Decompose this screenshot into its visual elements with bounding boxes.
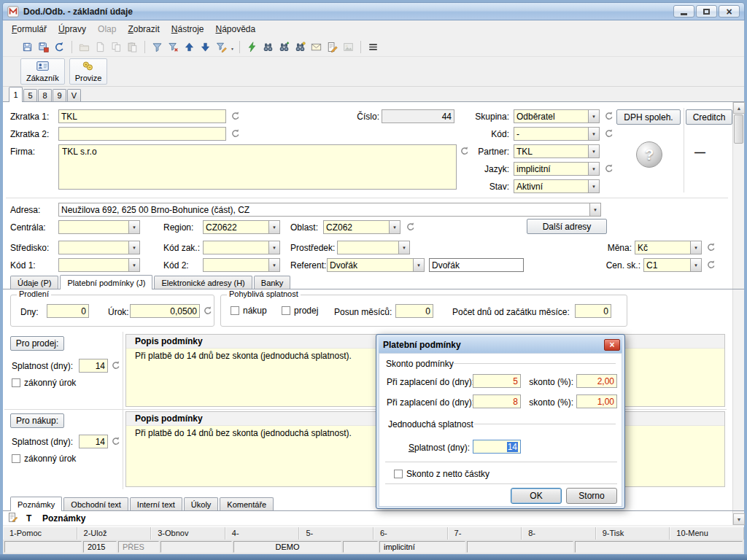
dropdown-arrow-icon[interactable] [413, 259, 424, 271]
zakonny-urok-nakup-checkbox[interactable] [12, 454, 20, 463]
question-ball-icon[interactable] [636, 141, 662, 168]
adresa-combo[interactable]: Neužilova 692, 625 00 Brno-Bohunice (čás… [58, 203, 601, 217]
skonto2-field[interactable]: 1,00 [576, 394, 617, 408]
tab-interni-text[interactable]: Interní text [130, 497, 182, 510]
dropdown-arrow-icon[interactable] [690, 241, 701, 254]
revert-icon[interactable] [231, 111, 241, 122]
partner-combo[interactable]: TKL [514, 144, 600, 158]
revert-icon[interactable] [111, 436, 122, 447]
skupina-combo[interactable]: Odběratel [514, 109, 600, 123]
centrala-combo[interactable] [58, 220, 140, 234]
referent-combo[interactable]: Dvořák [327, 258, 425, 272]
filter-clear-icon[interactable] [166, 40, 180, 54]
dropdown-arrow-icon[interactable] [588, 163, 599, 175]
find-next-icon[interactable] [277, 40, 291, 54]
fkey-10[interactable]: 10-Menu [670, 527, 744, 540]
page-tab-5[interactable]: 5 [23, 89, 37, 101]
scrollbar-thumb[interactable] [734, 114, 743, 144]
jazyk-combo[interactable]: implicitní [514, 162, 600, 176]
menu-nastroje[interactable]: Nástroje [166, 22, 210, 36]
menu-formular[interactable]: Formulář [6, 22, 53, 36]
referent-text-field[interactable]: Dvořák [429, 258, 524, 272]
urok-field[interactable]: 0,0500 [130, 304, 200, 318]
edit-text-icon[interactable] [325, 40, 339, 54]
dropdown-arrow-icon[interactable] [589, 203, 600, 216]
tab-banky[interactable]: Banky [254, 276, 291, 289]
revert-icon[interactable] [604, 111, 615, 122]
minimize-button[interactable] [673, 5, 694, 18]
tab-elektronicke-adresy[interactable]: Elektronické adresy (H) [154, 276, 252, 289]
fkey-9[interactable]: 9-Tisk [596, 527, 670, 540]
revert-icon[interactable] [604, 128, 615, 139]
find-icon[interactable] [261, 40, 275, 54]
region-combo[interactable]: CZ0622 [203, 220, 280, 234]
fkey-7[interactable]: 7- [448, 527, 522, 540]
titlebar[interactable]: Dod./Odb. - základní údaje [2, 2, 745, 20]
zkratka2-field[interactable] [58, 127, 226, 141]
dropdown-arrow-icon[interactable] [389, 221, 400, 233]
storno-button[interactable]: Storno [566, 488, 617, 504]
filter-icon[interactable] [150, 40, 164, 54]
move-up-icon[interactable] [182, 40, 196, 54]
dialog-splatnost-field[interactable]: 14 [473, 440, 521, 454]
fkey-2[interactable]: 2-Ulož [77, 527, 152, 540]
zakonny-urok-prodej-checkbox[interactable] [12, 378, 20, 387]
dropdown-arrow-icon[interactable] [268, 221, 279, 233]
firma-field[interactable]: TKL s.r.o [58, 144, 457, 190]
kod2-combo[interactable] [203, 258, 280, 272]
revert-icon[interactable] [706, 260, 717, 271]
dropdown-arrow-icon[interactable] [588, 145, 599, 158]
dropdown-arrow-icon[interactable] [690, 259, 701, 271]
pocet-field[interactable]: 0 [575, 304, 611, 318]
fkey-3[interactable]: 3-Obnov [151, 527, 225, 540]
fkey-1[interactable]: 1-Pomoc [3, 527, 77, 540]
provize-button[interactable]: Provize [69, 58, 108, 85]
fkey-8[interactable]: 8- [522, 527, 596, 540]
tab-komentare[interactable]: Komentáře [220, 497, 274, 510]
dropdown-arrow-icon[interactable] [128, 221, 139, 233]
prostredek-combo[interactable] [337, 241, 410, 254]
mena-combo[interactable]: Kč [635, 241, 702, 254]
kod-zak-combo[interactable] [203, 241, 280, 254]
close-button[interactable] [719, 5, 740, 18]
tab-obchodni-text[interactable]: Obchodní text [63, 497, 128, 510]
list-menu-icon[interactable] [366, 40, 380, 54]
page-tab-8[interactable]: 8 [38, 89, 52, 101]
revert-icon[interactable] [604, 163, 615, 174]
tab-ukoly[interactable]: Úkoly [184, 497, 219, 510]
dialog-titlebar[interactable]: Platební podmínky [379, 337, 622, 353]
revert-icon[interactable] [111, 360, 122, 371]
dalsi-adresy-button[interactable]: Další adresy [527, 219, 607, 234]
refresh-icon[interactable] [245, 40, 259, 54]
stredisko-combo[interactable] [58, 241, 140, 254]
kod1-combo[interactable] [58, 258, 140, 272]
save-icon[interactable] [20, 40, 34, 54]
zaplaceni1-field[interactable]: 5 [473, 374, 521, 388]
stav-combo[interactable]: Aktivní [514, 179, 600, 193]
maximize-button[interactable] [696, 5, 717, 18]
revert-icon[interactable] [231, 128, 241, 139]
menu-upravy[interactable]: Úpravy [53, 22, 92, 36]
dropdown-arrow-icon[interactable] [398, 241, 409, 254]
pro-prodej-button[interactable]: Pro prodej: [10, 336, 64, 351]
dropdown-arrow-icon[interactable] [588, 110, 599, 122]
move-down-icon[interactable] [198, 40, 212, 54]
oblast-combo[interactable]: CZ062 [323, 220, 400, 234]
prodej-checkbox[interactable] [282, 306, 290, 315]
splatnost-prodej-field[interactable]: 14 [79, 359, 108, 373]
menu-zobrazit[interactable]: Zobrazit [122, 22, 165, 36]
dph-spoleh-button[interactable]: DPH spoleh. [616, 109, 681, 125]
page-tab-1[interactable]: 1 [9, 87, 23, 102]
save-as-icon[interactable] [36, 40, 50, 54]
skonto-netto-checkbox[interactable] [394, 470, 403, 478]
skonto1-field[interactable]: 2,00 [576, 374, 617, 388]
dropdown-caret-icon[interactable] [231, 40, 234, 53]
posun-field[interactable]: 0 [395, 304, 433, 318]
tab-platebni-podminky[interactable]: Platební podmínky (J) [60, 275, 152, 289]
dny-field[interactable]: 0 [47, 304, 89, 318]
censk-combo[interactable]: C1 [643, 258, 702, 272]
find-all-icon[interactable] [293, 40, 307, 54]
fkey-5[interactable]: 5- [299, 527, 374, 540]
dropdown-arrow-icon[interactable] [128, 259, 139, 271]
dropdown-arrow-icon[interactable] [128, 241, 139, 254]
